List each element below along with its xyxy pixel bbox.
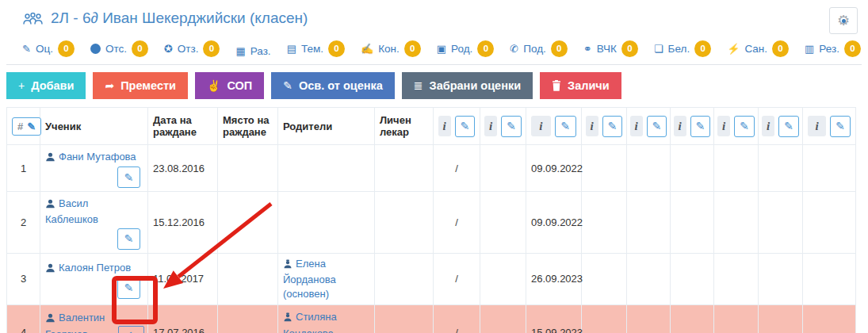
settings-button[interactable]: ⚙: [829, 7, 858, 34]
tab-badge: 0: [203, 40, 220, 57]
info-cell: [582, 145, 627, 192]
tab-vchk[interactable]: ⚭ ВЧК 0: [575, 33, 646, 64]
edit-student-button[interactable]: ✎: [117, 166, 140, 188]
birth-place-cell: [218, 192, 278, 253]
table-row: 3 Калоян Петров ✎ 11.09.2017 Елена Йорда…: [7, 253, 856, 305]
tab-schedule[interactable]: ▦ Раз.: [228, 38, 278, 64]
parents-cell: [278, 192, 375, 253]
info-cell: [759, 305, 803, 333]
doctor-cell: [375, 192, 434, 253]
col-header-birth-place: Място на раждане: [218, 108, 278, 145]
sop-button[interactable]: ✌ СОП: [195, 72, 264, 99]
info-icon[interactable]: i: [531, 116, 551, 136]
parent-icon: [283, 258, 293, 273]
info-cell: /: [434, 305, 480, 333]
edit-column-button[interactable]: ✎: [830, 116, 851, 137]
edit-column-button[interactable]: ✎: [778, 116, 799, 137]
birth-date-cell: 15.12.2016: [148, 192, 218, 253]
pencil-icon: ✎: [22, 44, 31, 54]
handshake-icon: ⚭: [583, 44, 592, 54]
student-cell: Фани Мутафова ✎: [40, 145, 148, 192]
tab-bar: ✎ Оц. 0 ! Отс. 0 ✪ Отз. 0 ▦ Раз. ▤ Тем. …: [6, 33, 862, 65]
info-icon[interactable]: i: [484, 116, 497, 136]
info-cell: [671, 253, 714, 305]
info-date-cell: 15.09.2023: [526, 305, 582, 333]
tab-badge: 0: [132, 40, 148, 57]
edit-student-button[interactable]: ✎: [117, 228, 140, 250]
parents-cell: [278, 145, 375, 192]
info-icon[interactable]: i: [762, 116, 774, 136]
edit-column-button[interactable]: ✎: [647, 116, 667, 137]
info-cell: [759, 145, 803, 192]
info-cell: [671, 145, 714, 192]
users-icon: [22, 11, 44, 26]
tab-badge: 0: [694, 40, 711, 57]
info-cell: [480, 192, 526, 253]
delete-button[interactable]: Заличи: [540, 72, 621, 99]
phone-icon: ✆: [510, 44, 518, 54]
move-button[interactable]: ➦ Премести: [93, 72, 188, 99]
info-cell: /: [434, 192, 480, 253]
info-icon[interactable]: i: [438, 116, 451, 136]
tab-remarks[interactable]: ✪ Отз. 0: [156, 33, 228, 64]
edit-column-button[interactable]: ✎: [690, 116, 711, 137]
birth-date-cell: 23.08.2016: [148, 145, 218, 192]
row-number: 1: [7, 145, 40, 192]
user-icon: [45, 312, 55, 327]
col-header-info-4: i✎: [582, 108, 627, 145]
user-icon: [45, 198, 55, 212]
info-date-cell: 09.09.2022: [526, 192, 582, 253]
tab-tests[interactable]: ✍ Кон. 0: [353, 33, 429, 64]
parents-cell: Елена Йорданова (основен): [278, 253, 375, 305]
tab-results[interactable]: ▥ Рез. 0: [797, 33, 868, 64]
info-cell: [803, 305, 856, 333]
edit-column-button[interactable]: ✎: [501, 116, 522, 137]
gear-dot: [842, 19, 846, 23]
trash-icon: [552, 80, 561, 91]
row-number: 4: [7, 305, 40, 333]
tab-topics[interactable]: ▤ Тем. 0: [279, 33, 353, 64]
info-cell: [671, 305, 714, 333]
edit-numbers-button[interactable]: # ✎: [12, 117, 41, 136]
release-from-grade-button[interactable]: ✎ Осв. от оценка: [271, 72, 395, 99]
students-table: # ✎ Ученик Дата на раждане Място на ражд…: [6, 107, 856, 333]
tab-notes[interactable]: ❏ Бел. 0: [646, 33, 719, 64]
forbid-grades-button[interactable]: ≣ Забрани оценки: [402, 72, 533, 99]
restore-student-button[interactable]: [118, 326, 144, 333]
hash-icon: #: [17, 121, 23, 132]
col-header-info-5: i✎: [627, 108, 671, 145]
toolbar: + Добави ➦ Премести ✌ СОП ✎ Осв. от оцен…: [6, 65, 862, 107]
doctor-cell: [375, 253, 434, 305]
info-icon[interactable]: i: [717, 116, 730, 136]
add-button[interactable]: + Добави: [6, 72, 86, 99]
info-icon[interactable]: i: [586, 116, 598, 136]
edit-column-button[interactable]: ✎: [602, 116, 623, 137]
info-icon[interactable]: i: [674, 116, 686, 136]
info-cell: [714, 305, 759, 333]
info-cell: [480, 305, 526, 333]
list-icon: ▤: [287, 44, 296, 54]
file-icon: ▥: [805, 44, 814, 54]
tab-grades[interactable]: ✎ Оц. 0: [14, 33, 82, 64]
student-cell: Калоян Петров ✎: [40, 253, 148, 305]
edit-column-button[interactable]: ✎: [734, 116, 755, 137]
tab-sanctions[interactable]: ⚡ Сан. 0: [719, 33, 797, 64]
info-icon[interactable]: i: [808, 116, 826, 136]
info-cell: [582, 305, 627, 333]
edit-student-button[interactable]: ✎: [117, 278, 140, 299]
tab-badge: 0: [551, 40, 568, 57]
student-link[interactable]: Фани Мутафова: [59, 151, 136, 163]
edit-column-button[interactable]: ✎: [555, 116, 576, 137]
pencil-square-icon: ✎: [124, 233, 134, 244]
info-icon[interactable]: i: [630, 116, 643, 136]
student-link[interactable]: Калоян Петров: [59, 262, 131, 274]
edit-column-button[interactable]: ✎: [455, 116, 476, 137]
tab-badge: 0: [328, 40, 345, 57]
pencil-square-icon: ✎: [27, 121, 36, 132]
info-date-cell: 26.09.2023: [526, 253, 582, 305]
tab-support[interactable]: ✆ Под. 0: [502, 33, 575, 64]
birth-place-cell: [218, 145, 278, 192]
tab-absences[interactable]: ! Отс. 0: [82, 33, 156, 64]
tab-parent-meetings[interactable]: ▣ Род. 0: [429, 33, 503, 64]
pencil-square-icon: ✎: [784, 121, 793, 132]
